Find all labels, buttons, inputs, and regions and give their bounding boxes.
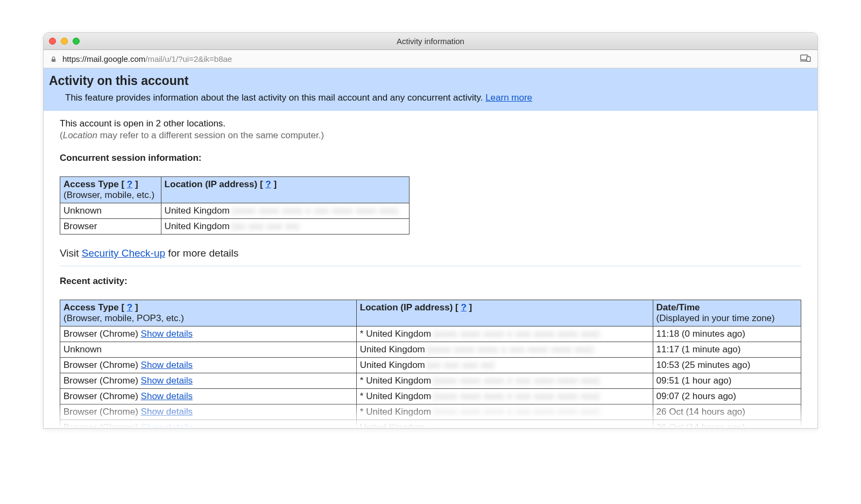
col-access-type: Access Type [ ? ] (Browser, mobile, etc.… <box>60 177 161 203</box>
visit-security-line: Visit Security Check-up for more details <box>60 247 801 259</box>
banner-description: This feature provides information about … <box>49 93 812 103</box>
show-details-link[interactable]: Show details <box>141 375 193 386</box>
cell-datetime: 26 Oct (14 hours ago) <box>653 420 801 429</box>
security-checkup-link[interactable]: Security Check-up <box>82 247 165 259</box>
ip-redacted: (xxxx xxxx xxxx x xxx xxxx xxxx xxx) <box>230 205 399 216</box>
cell-access-type: Unknown <box>60 203 161 219</box>
cell-access-type: Browser (Chrome) Show details <box>60 326 357 342</box>
table-row: Browser (Chrome) Show details* United Ki… <box>60 373 801 389</box>
recent-location-help-link[interactable]: ? <box>461 302 466 313</box>
cell-location: * United Kingdom(xxxx xxxx xxxx x xxx xx… <box>356 326 653 342</box>
table-row: Browser (Chrome) Show details* United Ki… <box>60 404 801 420</box>
content-area: This account is open in 2 other location… <box>44 111 817 428</box>
show-details-link[interactable]: Show details <box>141 329 193 339</box>
cell-access-type: Browser (Chrome) Show details <box>60 373 357 389</box>
ip-redacted: (xxxx xxxx xxxx x xxx xxxx xxxx xxx) <box>425 344 594 355</box>
browser-window: Activity information https://mail.google… <box>43 32 818 429</box>
page-title: Activity on this account <box>49 74 812 88</box>
url-text[interactable]: https://mail.google.com/mail/u/1/?ui=2&i… <box>62 54 232 63</box>
concurrent-sessions-table: Access Type [ ? ] (Browser, mobile, etc.… <box>60 176 410 235</box>
cell-location: * United Kingdom(xxxx xxxx xxxx x xxx xx… <box>356 373 653 389</box>
recent-col-access-type: Access Type [ ? ] (Browser, mobile, POP3… <box>60 300 357 326</box>
table-row: Browser (Chrome) Show detailsUnited King… <box>60 358 801 373</box>
table-row: Browser (Chrome) Show details* United Ki… <box>60 326 801 342</box>
ip-redacted: (xxxx xxxx xxxx x xxx xxxx xxxx xxx) <box>431 407 600 417</box>
ip-redacted: (xx xxx xxx xx) <box>425 360 495 371</box>
table-row: Browser (Chrome) Show details* United Ki… <box>60 389 801 404</box>
table-row: Browser (Chrome) Show detailsUnited King… <box>60 420 801 429</box>
cell-datetime: 10:53 (25 minutes ago) <box>653 358 801 373</box>
cell-access-type: Browser (Chrome) Show details <box>60 358 357 373</box>
ip-redacted: (xxxx xxxx xxxx x xxx xxxx xxxx xxx) <box>425 422 594 428</box>
lock-icon <box>50 55 57 63</box>
col-location: Location (IP address) [ ? ] <box>161 177 409 203</box>
title-bar: Activity information <box>44 33 817 50</box>
cell-location: United Kingdom(xxxx xxxx xxxx x xxx xxxx… <box>161 203 409 219</box>
recent-col-location: Location (IP address) [ ? ] <box>356 300 653 326</box>
ip-redacted: (xxxx xxxx xxxx x xxx xxxx xxxx xxx) <box>431 375 600 386</box>
cell-datetime: 09:07 (2 hours ago) <box>653 389 801 404</box>
ip-redacted: (xx xxx xxx xx) <box>230 221 300 232</box>
url-path: /mail/u/1/?ui=2&ik=b8ae <box>145 54 232 63</box>
cell-access-type: Unknown <box>60 342 357 358</box>
ip-redacted: (xxxx xxxx xxxx x xxx xxxx xxxx xxx) <box>431 329 600 339</box>
url-bar: https://mail.google.com/mail/u/1/?ui=2&i… <box>44 50 817 68</box>
cell-access-type: Browser (Chrome) Show details <box>60 389 357 404</box>
ip-redacted: (xxxx xxxx xxxx x xxx xxxx xxxx xxx) <box>431 391 600 402</box>
cell-datetime: 11:17 (1 minute ago) <box>653 342 801 358</box>
svg-rect-3 <box>807 57 810 62</box>
access-type-help-link[interactable]: ? <box>127 179 132 189</box>
cell-datetime: 09:51 (1 hour ago) <box>653 373 801 389</box>
cell-datetime: 11:18 (0 minutes ago) <box>653 326 801 342</box>
cell-location: * United Kingdom(xxxx xxxx xxxx x xxx xx… <box>356 389 653 404</box>
recent-col-datetime: Date/Time (Displayed in your time zone) <box>653 300 801 326</box>
window-title: Activity information <box>44 37 817 46</box>
svg-rect-0 <box>52 59 56 61</box>
cell-location: United Kingdom(xxxx xxxx xxxx x xxx xxxx… <box>356 420 653 429</box>
show-details-link[interactable]: Show details <box>141 360 193 370</box>
cell-location: * United Kingdom(xxxx xxxx xxxx x xxx xx… <box>356 404 653 420</box>
recent-activity-heading: Recent activity: <box>60 276 801 287</box>
window-close-button[interactable] <box>49 38 56 45</box>
window-content: Activity on this account This feature pr… <box>44 68 817 428</box>
devices-icon[interactable] <box>800 54 811 63</box>
traffic-lights <box>49 38 80 45</box>
recent-access-help-link[interactable]: ? <box>127 302 132 313</box>
cell-location: United Kingdom(xx xxx xxx xx) <box>356 358 653 373</box>
show-details-link[interactable]: Show details <box>141 422 193 428</box>
cell-datetime: 26 Oct (14 hours ago) <box>653 404 801 420</box>
cell-access-type: Browser (Chrome) Show details <box>60 404 357 420</box>
concurrent-heading: Concurrent session information: <box>60 153 801 164</box>
cell-access-type: Browser (Chrome) Show details <box>60 420 357 429</box>
open-locations-text: This account is open in 2 other location… <box>60 118 801 129</box>
window-minimize-button[interactable] <box>61 38 68 45</box>
window-maximize-button[interactable] <box>73 38 80 45</box>
url-host: https://mail.google.com <box>62 54 145 63</box>
cell-access-type: Browser <box>60 219 161 235</box>
show-details-link[interactable]: Show details <box>141 391 193 401</box>
table-row: UnknownUnited Kingdom(xxxx xxxx xxxx x x… <box>60 342 801 358</box>
location-help-link[interactable]: ? <box>265 179 271 189</box>
location-note: (Location may refer to a different sessi… <box>60 130 801 141</box>
cell-location: United Kingdom(xx xxx xxx xx) <box>161 219 409 235</box>
banner-description-text: This feature provides information about … <box>65 93 485 103</box>
learn-more-link[interactable]: Learn more <box>485 93 532 103</box>
divider <box>60 266 801 266</box>
table-row: UnknownUnited Kingdom(xxxx xxxx xxxx x x… <box>60 203 410 219</box>
activity-banner: Activity on this account This feature pr… <box>44 68 817 111</box>
table-row: BrowserUnited Kingdom(xx xxx xxx xx) <box>60 219 410 235</box>
show-details-link[interactable]: Show details <box>141 407 193 417</box>
recent-activity-table: Access Type [ ? ] (Browser, mobile, POP3… <box>60 300 801 428</box>
cell-location: United Kingdom(xxxx xxxx xxxx x xxx xxxx… <box>356 342 653 358</box>
